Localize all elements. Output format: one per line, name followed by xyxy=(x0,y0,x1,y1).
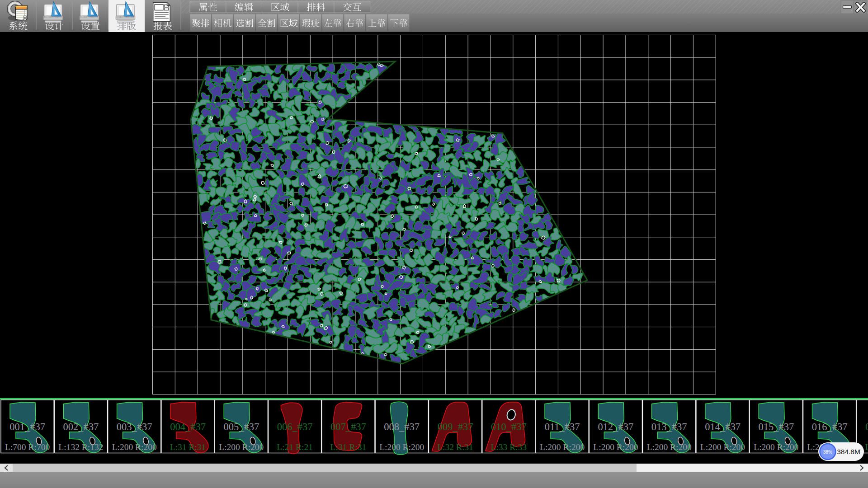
svg-text:010_#37: 010_#37 xyxy=(491,421,527,432)
svg-text:L:200 R:200: L:200 R:200 xyxy=(112,442,157,452)
svg-text:002_#37: 002_#37 xyxy=(63,421,99,432)
svg-text:L:200 R:200: L:200 R:200 xyxy=(379,442,424,452)
svg-text:008_#37: 008_#37 xyxy=(384,421,420,432)
svg-text:L:200 R:200: L:200 R:200 xyxy=(593,442,638,452)
svg-text:015_#37: 015_#37 xyxy=(758,421,794,432)
svg-text:009_#37: 009_#37 xyxy=(438,421,473,432)
svg-text:005_#37: 005_#37 xyxy=(223,421,259,432)
svg-text:L:200 R:200: L:200 R:200 xyxy=(647,442,692,452)
svg-text:L:31 R:31: L:31 R:31 xyxy=(865,442,868,452)
svg-text:L:33 R:33: L:33 R:33 xyxy=(491,442,527,452)
svg-text:014_#37: 014_#37 xyxy=(705,421,741,432)
svg-text:003_#37: 003_#37 xyxy=(117,421,152,432)
svg-text:006_#37: 006_#37 xyxy=(277,421,313,432)
svg-text:L:21 R:21: L:21 R:21 xyxy=(277,442,313,452)
svg-text:L:31 R:31: L:31 R:31 xyxy=(330,442,367,452)
svg-text:004_#37: 004_#37 xyxy=(170,421,206,432)
svg-text:017_#37: 017_#37 xyxy=(865,421,868,432)
svg-text:L:200 R:200: L:200 R:200 xyxy=(219,442,264,452)
svg-text:016_#37: 016_#37 xyxy=(812,421,848,432)
svg-text:001_#37: 001_#37 xyxy=(9,421,45,432)
svg-text:013_#37: 013_#37 xyxy=(651,421,687,432)
svg-text:L:32 R:31: L:32 R:31 xyxy=(437,442,473,452)
svg-text:007_#37: 007_#37 xyxy=(330,421,366,432)
svg-text:L:700 R:700: L:700 R:700 xyxy=(5,442,50,452)
svg-text:L:31 R:31: L:31 R:31 xyxy=(170,442,206,452)
svg-text:L:132 R:132: L:132 R:132 xyxy=(58,442,103,452)
svg-text:L:200 R:200: L:200 R:200 xyxy=(754,442,798,452)
svg-text:011_#37: 011_#37 xyxy=(545,421,580,432)
svg-text:L:200 R:200: L:200 R:200 xyxy=(700,442,745,452)
svg-text:L:200 R:200: L:200 R:200 xyxy=(540,442,585,452)
svg-text:38%: 38% xyxy=(823,450,832,455)
svg-text:012_#37: 012_#37 xyxy=(598,421,634,432)
svg-text:384.8M: 384.8M xyxy=(837,448,860,455)
